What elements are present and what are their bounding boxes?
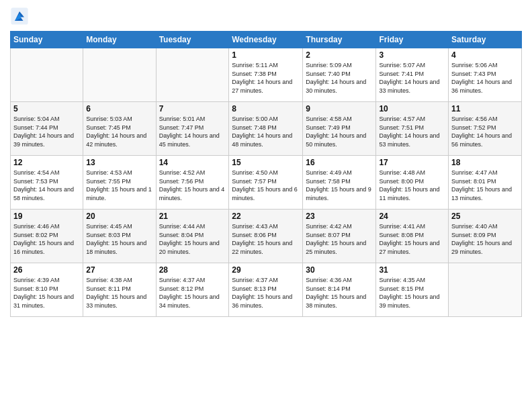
day-info: Sunrise: 4:50 AM Sunset: 7:57 PM Dayligh… [232, 169, 300, 202]
day-info: Sunrise: 4:40 AM Sunset: 8:09 PM Dayligh… [451, 222, 519, 256]
day-info: Sunrise: 5:04 AM Sunset: 7:44 PM Dayligh… [13, 115, 80, 148]
calendar-day-cell [83, 48, 156, 102]
calendar-day-cell: 6Sunrise: 5:03 AM Sunset: 7:45 PM Daylig… [83, 102, 156, 156]
day-number: 13 [86, 158, 152, 167]
calendar-day-cell: 13Sunrise: 4:53 AM Sunset: 7:55 PM Dayli… [83, 156, 156, 210]
calendar-day-cell: 18Sunrise: 4:47 AM Sunset: 8:01 PM Dayli… [449, 156, 522, 210]
day-info: Sunrise: 4:56 AM Sunset: 7:52 PM Dayligh… [451, 115, 519, 148]
day-number: 21 [159, 212, 226, 221]
day-info: Sunrise: 4:54 AM Sunset: 7:53 PM Dayligh… [13, 169, 80, 202]
calendar-day-cell: 19Sunrise: 4:46 AM Sunset: 8:02 PM Dayli… [11, 210, 83, 263]
day-info: Sunrise: 4:52 AM Sunset: 7:56 PM Dayligh… [159, 169, 226, 202]
weekday-header: Monday [83, 32, 156, 48]
day-number: 31 [379, 265, 445, 275]
calendar-day-cell: 30Sunrise: 4:36 AM Sunset: 8:14 PM Dayli… [303, 263, 376, 317]
day-number: 17 [379, 158, 445, 167]
calendar-day-cell: 28Sunrise: 4:37 AM Sunset: 8:12 PM Dayli… [156, 263, 229, 317]
day-info: Sunrise: 4:37 AM Sunset: 8:13 PM Dayligh… [232, 276, 300, 310]
day-info: Sunrise: 4:57 AM Sunset: 7:51 PM Dayligh… [379, 115, 445, 148]
calendar-day-cell [11, 48, 83, 102]
calendar-day-cell: 7Sunrise: 5:01 AM Sunset: 7:47 PM Daylig… [156, 102, 229, 156]
day-number: 27 [86, 265, 152, 275]
day-number: 4 [451, 50, 519, 60]
day-number: 18 [451, 158, 519, 167]
day-number: 15 [232, 158, 300, 167]
calendar-day-cell: 22Sunrise: 4:43 AM Sunset: 8:06 PM Dayli… [229, 210, 303, 263]
calendar-day-cell: 11Sunrise: 4:56 AM Sunset: 7:52 PM Dayli… [449, 102, 522, 156]
day-number: 26 [13, 265, 80, 275]
calendar-day-cell: 17Sunrise: 4:48 AM Sunset: 8:00 PM Dayli… [376, 156, 449, 210]
day-number: 12 [13, 158, 80, 167]
weekday-header: Thursday [303, 32, 376, 48]
weekday-header: Wednesday [229, 32, 303, 48]
logo-icon [10, 7, 29, 26]
day-number: 30 [306, 265, 373, 275]
weekday-header: Tuesday [156, 32, 229, 48]
calendar-day-cell: 20Sunrise: 4:45 AM Sunset: 8:03 PM Dayli… [83, 210, 156, 263]
day-info: Sunrise: 4:45 AM Sunset: 8:03 PM Dayligh… [86, 222, 152, 256]
calendar-week-row: 19Sunrise: 4:46 AM Sunset: 8:02 PM Dayli… [11, 210, 522, 263]
day-number: 8 [232, 104, 300, 113]
calendar-day-cell: 21Sunrise: 4:44 AM Sunset: 8:04 PM Dayli… [156, 210, 229, 263]
calendar-week-row: 26Sunrise: 4:39 AM Sunset: 8:10 PM Dayli… [11, 263, 522, 317]
calendar-day-cell: 10Sunrise: 4:57 AM Sunset: 7:51 PM Dayli… [376, 102, 449, 156]
day-info: Sunrise: 4:48 AM Sunset: 8:00 PM Dayligh… [379, 169, 445, 202]
day-number: 22 [232, 212, 300, 221]
day-number: 1 [232, 50, 300, 60]
calendar-day-cell: 24Sunrise: 4:41 AM Sunset: 8:08 PM Dayli… [376, 210, 449, 263]
calendar-day-cell [449, 263, 522, 317]
calendar-day-cell: 27Sunrise: 4:38 AM Sunset: 8:11 PM Dayli… [83, 263, 156, 317]
calendar-day-cell: 25Sunrise: 4:40 AM Sunset: 8:09 PM Dayli… [449, 210, 522, 263]
day-info: Sunrise: 5:00 AM Sunset: 7:48 PM Dayligh… [232, 115, 300, 148]
day-info: Sunrise: 4:35 AM Sunset: 8:15 PM Dayligh… [379, 276, 445, 310]
weekday-header: Friday [376, 32, 449, 48]
day-info: Sunrise: 4:49 AM Sunset: 7:58 PM Dayligh… [306, 169, 373, 202]
day-info: Sunrise: 5:11 AM Sunset: 7:38 PM Dayligh… [232, 61, 300, 95]
day-number: 28 [159, 265, 226, 275]
day-info: Sunrise: 4:47 AM Sunset: 8:01 PM Dayligh… [451, 169, 519, 202]
calendar-day-cell [156, 48, 229, 102]
weekday-header: Sunday [11, 32, 83, 48]
day-info: Sunrise: 5:07 AM Sunset: 7:41 PM Dayligh… [379, 61, 445, 95]
day-info: Sunrise: 5:01 AM Sunset: 7:47 PM Dayligh… [159, 115, 226, 148]
day-info: Sunrise: 4:43 AM Sunset: 8:06 PM Dayligh… [232, 222, 300, 256]
day-info: Sunrise: 4:41 AM Sunset: 8:08 PM Dayligh… [379, 222, 445, 256]
calendar-week-row: 12Sunrise: 4:54 AM Sunset: 7:53 PM Dayli… [11, 156, 522, 210]
day-info: Sunrise: 4:36 AM Sunset: 8:14 PM Dayligh… [306, 276, 373, 310]
day-info: Sunrise: 4:44 AM Sunset: 8:04 PM Dayligh… [159, 222, 226, 256]
calendar-day-cell: 23Sunrise: 4:42 AM Sunset: 8:07 PM Dayli… [303, 210, 376, 263]
day-info: Sunrise: 4:58 AM Sunset: 7:49 PM Dayligh… [306, 115, 373, 148]
calendar-day-cell: 12Sunrise: 4:54 AM Sunset: 7:53 PM Dayli… [11, 156, 83, 210]
calendar-header-row: SundayMondayTuesdayWednesdayThursdayFrid… [11, 32, 522, 48]
day-number: 16 [306, 158, 373, 167]
day-info: Sunrise: 4:38 AM Sunset: 8:11 PM Dayligh… [86, 276, 152, 310]
calendar-day-cell: 3Sunrise: 5:07 AM Sunset: 7:41 PM Daylig… [376, 48, 449, 102]
weekday-header: Saturday [449, 32, 522, 48]
day-info: Sunrise: 5:06 AM Sunset: 7:43 PM Dayligh… [451, 61, 519, 95]
calendar-day-cell: 29Sunrise: 4:37 AM Sunset: 8:13 PM Dayli… [229, 263, 303, 317]
calendar-day-cell: 8Sunrise: 5:00 AM Sunset: 7:48 PM Daylig… [229, 102, 303, 156]
day-info: Sunrise: 5:03 AM Sunset: 7:45 PM Dayligh… [86, 115, 152, 148]
calendar-day-cell: 14Sunrise: 4:52 AM Sunset: 7:56 PM Dayli… [156, 156, 229, 210]
day-number: 7 [159, 104, 226, 113]
calendar-day-cell: 16Sunrise: 4:49 AM Sunset: 7:58 PM Dayli… [303, 156, 376, 210]
calendar-day-cell: 26Sunrise: 4:39 AM Sunset: 8:10 PM Dayli… [11, 263, 83, 317]
calendar-day-cell: 15Sunrise: 4:50 AM Sunset: 7:57 PM Dayli… [229, 156, 303, 210]
day-number: 9 [306, 104, 373, 113]
day-info: Sunrise: 4:37 AM Sunset: 8:12 PM Dayligh… [159, 276, 226, 310]
day-info: Sunrise: 4:46 AM Sunset: 8:02 PM Dayligh… [13, 222, 80, 256]
calendar-table: SundayMondayTuesdayWednesdayThursdayFrid… [10, 31, 522, 317]
calendar-day-cell: 9Sunrise: 4:58 AM Sunset: 7:49 PM Daylig… [303, 102, 376, 156]
calendar-day-cell: 1Sunrise: 5:11 AM Sunset: 7:38 PM Daylig… [229, 48, 303, 102]
calendar-week-row: 5Sunrise: 5:04 AM Sunset: 7:44 PM Daylig… [11, 102, 522, 156]
calendar-day-cell: 5Sunrise: 5:04 AM Sunset: 7:44 PM Daylig… [11, 102, 83, 156]
calendar-day-cell: 2Sunrise: 5:09 AM Sunset: 7:40 PM Daylig… [303, 48, 376, 102]
day-number: 11 [451, 104, 519, 113]
day-number: 20 [86, 212, 152, 221]
day-number: 14 [159, 158, 226, 167]
day-info: Sunrise: 4:42 AM Sunset: 8:07 PM Dayligh… [306, 222, 373, 256]
day-info: Sunrise: 4:39 AM Sunset: 8:10 PM Dayligh… [13, 276, 80, 310]
day-number: 2 [306, 50, 373, 60]
day-number: 19 [13, 212, 80, 221]
day-info: Sunrise: 5:09 AM Sunset: 7:40 PM Dayligh… [306, 61, 373, 95]
